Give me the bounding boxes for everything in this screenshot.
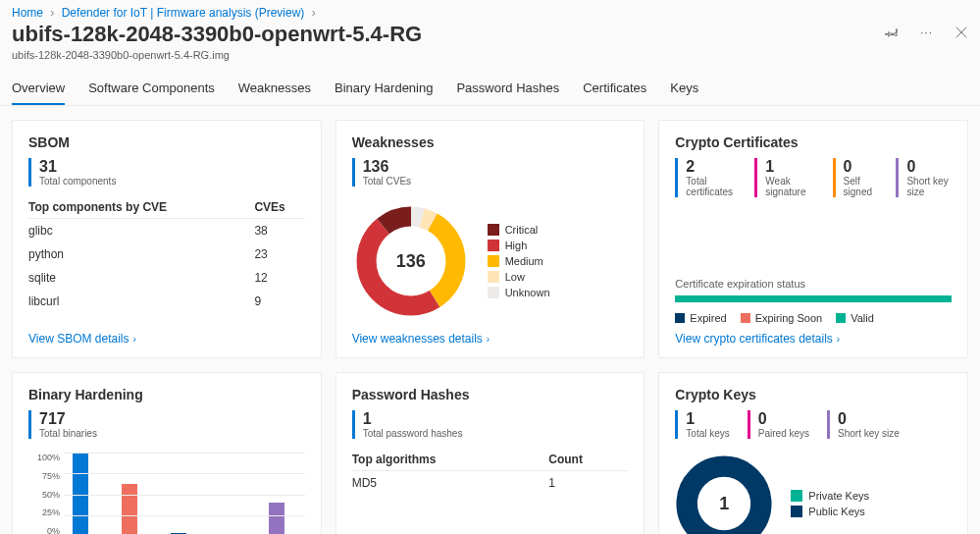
stat-value: 0 [758, 410, 809, 428]
swatch-icon [488, 255, 499, 267]
swatch-icon [791, 506, 802, 517]
swatch-icon [791, 490, 802, 502]
tab-bar: Overview Software Components Weaknesses … [0, 73, 980, 106]
stat-value: 0 [906, 158, 952, 176]
card-password-hashes: Password Hashes 1Total password hashes T… [335, 372, 645, 534]
stat-value: 0 [838, 410, 900, 428]
weak-total-label: Total CVEs [363, 176, 411, 187]
stat-value: 1 [765, 158, 814, 176]
chevron-right-icon: › [50, 6, 54, 20]
sbom-total-count: 31 [39, 158, 116, 176]
col-header: Top components by CVE [28, 196, 254, 219]
table-row: libcurl9 [28, 290, 305, 313]
card-title: Crypto Certificates [675, 134, 952, 150]
breadcrumb-l1[interactable]: Defender for IoT | Firmware analysis (Pr… [62, 6, 305, 20]
tab-password-hashes[interactable]: Password Hashes [456, 73, 559, 105]
chevron-right-icon: › [487, 334, 490, 345]
table-row: python23 [28, 242, 305, 266]
card-title: Password Hashes [352, 387, 629, 402]
table-row: glibc38 [28, 219, 305, 243]
table-row: sqlite12 [28, 266, 305, 290]
stat-label: Short key size [906, 176, 952, 197]
card-weaknesses: Weaknesses 136 Total CVEs 136 Critical [335, 120, 645, 358]
tab-keys[interactable]: Keys [670, 73, 698, 105]
stat-label: Total certificates [686, 176, 737, 197]
swatch-icon [741, 313, 750, 323]
weak-total-count: 136 [363, 158, 411, 176]
crypto-keys-donut-chart: 1 [675, 454, 773, 534]
stat-label: Total keys [686, 428, 729, 439]
sbom-total-label: Total components [39, 176, 116, 187]
page-title: ubifs-128k-2048-3390b0-openwrt-5.4-RG [12, 22, 422, 47]
stat-value: 2 [686, 158, 737, 176]
cert-status-label: Certificate expiration status [675, 278, 952, 290]
cert-legend: Expired Expiring Soon Valid [675, 312, 952, 324]
breadcrumb-home[interactable]: Home [12, 6, 43, 20]
crypto-keys-legend: Private Keys Public Keys [791, 490, 869, 517]
chevron-right-icon: › [312, 6, 316, 20]
card-title: SBOM [28, 134, 305, 150]
more-icon[interactable]: ··· [920, 26, 933, 39]
tab-binary-hardening[interactable]: Binary Hardening [335, 73, 433, 105]
table-row: MD51 [352, 471, 629, 496]
card-sbom: SBOM 31 Total components Top components … [12, 120, 322, 358]
chevron-right-icon: › [133, 334, 136, 345]
stat-label: Total binaries [39, 428, 97, 439]
donut-center-value: 136 [396, 251, 426, 272]
breadcrumb: Home › Defender for IoT | Firmware analy… [0, 0, 980, 22]
swatch-icon [488, 287, 499, 298]
tab-weaknesses[interactable]: Weaknesses [238, 73, 311, 105]
stat-value: 1 [363, 410, 463, 428]
card-title: Weaknesses [352, 134, 629, 150]
cert-expiration-bar [675, 295, 952, 302]
tab-certificates[interactable]: Certificates [583, 73, 646, 105]
view-sbom-link[interactable]: View SBOM details› [28, 324, 305, 346]
pin-icon[interactable] [885, 26, 899, 39]
page-subtitle: ubifs-128k-2048-3390b0-openwrt-5.4-RG.im… [12, 49, 422, 61]
stat-label: Short key size [838, 428, 900, 439]
stat-label: Paired keys [758, 428, 809, 439]
stat-value: 0 [844, 158, 879, 176]
stat-label: Weak signature [765, 176, 814, 197]
weaknesses-legend: Critical High Medium Low Unknown [488, 224, 550, 298]
stat-value: 1 [686, 410, 729, 428]
card-crypto-certificates: Crypto Certificates 2Total certificates … [658, 120, 968, 358]
pwhash-table: Top algorithmsCount MD51 [352, 449, 629, 495]
col-header: Top algorithms [352, 449, 549, 471]
col-header: Count [548, 449, 628, 471]
stat-label: Self signed [844, 176, 879, 197]
view-weaknesses-link[interactable]: View weaknesses details› [352, 324, 629, 346]
card-title: Binary Hardening [28, 387, 305, 402]
swatch-icon [488, 224, 499, 236]
tab-software-components[interactable]: Software Components [88, 73, 215, 105]
chevron-right-icon: › [837, 334, 840, 345]
tab-overview[interactable]: Overview [12, 73, 65, 105]
swatch-icon [836, 313, 846, 323]
card-binary-hardening: Binary Hardening 717Total binaries 100% … [12, 372, 322, 534]
card-title: Crypto Keys [675, 387, 952, 402]
swatch-icon [675, 313, 685, 323]
close-icon[interactable] [954, 26, 968, 39]
donut-center-value: 1 [719, 494, 729, 514]
stat-label: Total password hashes [363, 428, 463, 439]
binary-hardening-bar-chart: 100% 75% 50% 25% 0% NX PIE RELRO Canary … [28, 453, 305, 534]
swatch-icon [488, 240, 499, 251]
swatch-icon [488, 271, 499, 283]
weaknesses-donut-chart: 136 [352, 202, 470, 320]
col-header: CVEs [254, 196, 304, 219]
view-certs-link[interactable]: View crypto certificates details› [675, 324, 952, 346]
card-crypto-keys: Crypto Keys 1Total keys 0Paired keys 0Sh… [658, 372, 968, 534]
sbom-table: Top components by CVECVEs glibc38 python… [28, 196, 305, 313]
stat-value: 717 [39, 410, 97, 428]
